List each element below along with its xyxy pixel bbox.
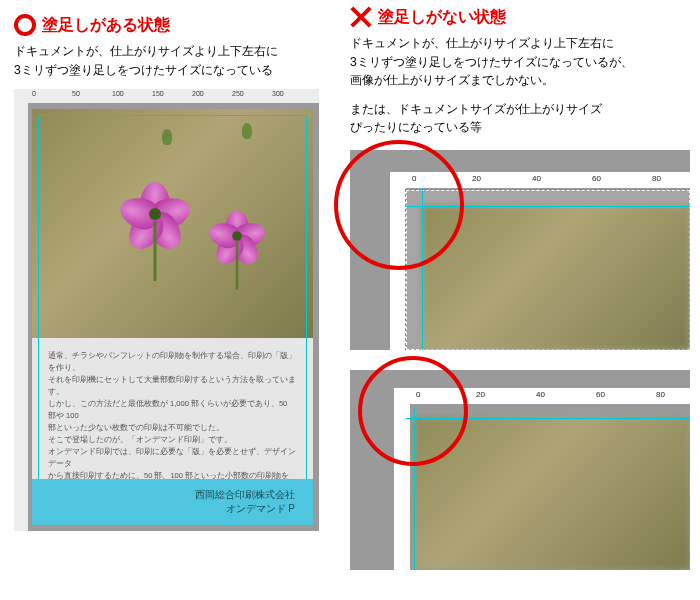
body-line: オンデマンド印刷では、印刷に必要な「版」を必要とせず、デザインデータ: [48, 446, 297, 470]
ruler-horizontal: 0 20 40 60 80: [390, 172, 690, 188]
ruler-tick: 60: [592, 174, 601, 183]
bleed-guide: [38, 115, 307, 116]
circle-ok-icon: [14, 14, 36, 36]
ruler-tick: 250: [232, 90, 244, 97]
good-heading: 塗足しがある状態: [42, 15, 170, 36]
ruler-tick: 300: [272, 90, 284, 97]
ruler-tick: 20: [476, 390, 485, 399]
ruler-tick: 0: [416, 390, 420, 399]
document-page: 通常、チラシやパンフレットの印刷物を制作する場合、印刷の「版」を作り、 それを印…: [32, 109, 313, 525]
bad-corner-zoom-1: 0 20 40 60 80: [350, 150, 690, 350]
body-line: 部といった少ない枚数での印刷は不可能でした。: [48, 422, 297, 434]
ruler-tick: 80: [652, 174, 661, 183]
footer-sub: オンデマンド P: [226, 502, 295, 516]
bad-heading: 塗足しがない状態: [378, 7, 506, 28]
bad-example-column: 塗足しがない状態 ドキュメントが、仕上がりサイズより上下左右に 3ミリずつ塗り足…: [340, 0, 700, 600]
ruler-tick: 0: [32, 90, 36, 97]
ruler-vertical: [390, 172, 406, 350]
body-line: 通常、チラシやパンフレットの印刷物を制作する場合、印刷の「版」を作り、: [48, 350, 297, 374]
ruler-tick: 80: [656, 390, 665, 399]
footer-company: 西岡総合印刷株式会社: [195, 488, 295, 502]
ruler-vertical: [14, 89, 28, 531]
sample-footer: 西岡総合印刷株式会社 オンデマンド P: [32, 479, 313, 525]
body-line: しかし、この方法だと最低枚数が 1,000 部くらいが必要であり、50 部や 1…: [48, 398, 297, 422]
ruler-tick: 40: [536, 390, 545, 399]
good-example-column: 塗足しがある状態 ドキュメントが、仕上がりサイズより上下左右に 3ミリずつ塗り足…: [0, 0, 340, 600]
ruler-tick: 200: [192, 90, 204, 97]
sample-photo: [32, 109, 313, 338]
bleed-guide: [414, 408, 415, 570]
bleed-guide: [422, 188, 423, 350]
bad-corner-zoom-2: 0 20 40 60 80: [350, 370, 690, 570]
good-editor-canvas: 0 50 100 150 200 250 300: [14, 89, 319, 531]
sample-photo-blur: [422, 206, 690, 350]
bleed-guide: [406, 418, 690, 419]
good-description: ドキュメントが、仕上がりサイズより上下左右に 3ミリずつ塗り足しをつけたサイズに…: [14, 42, 330, 79]
ruler-tick: 100: [112, 90, 124, 97]
bleed-guide: [406, 206, 690, 207]
bleed-guide: [38, 115, 39, 519]
ruler-tick: 50: [72, 90, 80, 97]
ruler-tick: 40: [532, 174, 541, 183]
bad-header: 塗足しがない状態: [350, 6, 690, 28]
ruler-tick: 0: [412, 174, 416, 183]
sample-photo-blur: [414, 418, 690, 570]
ruler-tick: 20: [472, 174, 481, 183]
good-header: 塗足しがある状態: [14, 14, 330, 36]
ruler-tick: 150: [152, 90, 164, 97]
ruler-tick: 60: [596, 390, 605, 399]
body-line: そこで登場したのが、「オンデマンド印刷」です。: [48, 434, 297, 446]
ruler-horizontal: 0 20 40 60 80: [394, 388, 690, 404]
ruler-vertical: [394, 388, 410, 570]
bleed-guide: [306, 115, 307, 519]
bad-description-1: ドキュメントが、仕上がりサイズより上下左右に 3ミリずつ塗り足しをつけたサイズに…: [350, 34, 690, 90]
bad-description-2: または、ドキュメントサイズが仕上がりサイズ ぴったりになっている等: [350, 100, 690, 137]
ruler-horizontal: 0 50 100 150 200 250 300: [14, 89, 319, 103]
body-line: それを印刷機にセットして大量部数印刷するという方法を取っています。: [48, 374, 297, 398]
x-ng-icon: [350, 6, 372, 28]
